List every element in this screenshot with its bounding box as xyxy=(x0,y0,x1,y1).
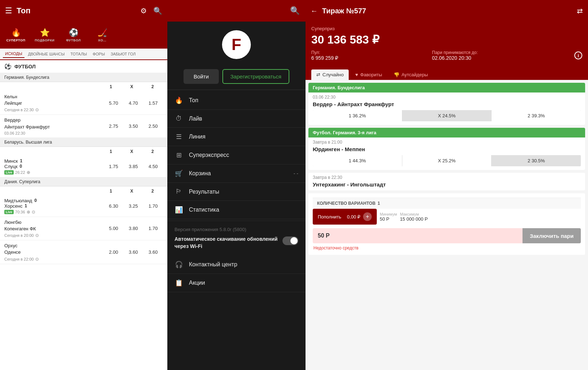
nav-podborki[interactable]: ⭐ ПОДБОРКИ xyxy=(30,26,59,44)
odd-btn-x[interactable]: 3.50 xyxy=(123,122,143,130)
auto-update-toggle[interactable] xyxy=(282,236,298,245)
menu-item-top[interactable]: 🔥 Топ xyxy=(167,91,306,110)
odd-btn-2[interactable]: 2.50 xyxy=(143,122,163,130)
panel3-filter-icon[interactable]: ⇄ xyxy=(577,6,583,15)
deposit-plus-icon: + xyxy=(363,212,372,221)
match-card-teams: Вердер - Айнтрахт Франкфурт xyxy=(308,100,585,110)
odds-cell-x[interactable]: X 24.5% xyxy=(402,110,492,121)
odds-cell-2-label: 2 30.5% xyxy=(528,158,545,163)
filter-iskhody[interactable]: ИСХОДЫ xyxy=(3,50,24,58)
bet-amount-input[interactable] xyxy=(313,228,523,243)
nav-supertop[interactable]: 🔥 СУПЕРТОП xyxy=(1,26,30,44)
odd-btn-x[interactable]: 4.70 xyxy=(123,99,143,107)
match-row: Минск 1 Слуцк 0 Live 26:22 ⊕ 1.75 3.85 xyxy=(0,156,167,177)
odds-row: 5.70 4.70 1.57 xyxy=(104,99,163,107)
match-card-date: Завтра в 22:30 xyxy=(308,173,585,181)
menu-item-statistics[interactable]: 📊 Статистика xyxy=(167,201,306,219)
odds-row: 5.00 3.80 1.70 xyxy=(104,224,163,233)
odds-cell-2[interactable]: 2 39.3% xyxy=(492,110,581,121)
tab-sluchayno[interactable]: ⇄ Случайно xyxy=(311,69,349,80)
menu-item-contact[interactable]: 🎧 Контактный центр xyxy=(167,256,306,274)
match-time: Сегодня в 20:00 ⊙ xyxy=(4,233,104,238)
menu-item-korzina[interactable]: 🛒 Корзина - - xyxy=(167,164,306,183)
league-bundesliga: Германия. Бундеслига xyxy=(0,73,167,82)
menu-item-superexpress[interactable]: ⊞ Суперэкспресс xyxy=(167,146,306,164)
match-info: Минск 1 Слуцк 0 Live 26:22 ⊕ xyxy=(4,158,104,175)
odds-row: 2.75 3.50 2.50 xyxy=(104,122,163,130)
team-score: Минск 1 Слуцк 0 xyxy=(4,158,104,169)
bet-submit-button[interactable]: Заключить пари xyxy=(523,228,581,243)
panel1-header: ☰ Топ ⚙ 🔍 xyxy=(0,0,167,22)
filter-fory[interactable]: ФОРЫ xyxy=(90,50,107,58)
filter-totals[interactable]: ТОТАЛЫ xyxy=(68,50,89,58)
dates-label: Пари принимаются до: xyxy=(432,50,478,55)
info-icon[interactable]: i xyxy=(574,51,582,59)
odd-btn-1[interactable]: 2.00 xyxy=(104,248,123,256)
menu-statistics-label: Статистика xyxy=(189,207,219,213)
match-row: Кельн Лейпциг Сегодня в 22:30 ⊙ 5.70 4.7… xyxy=(0,91,167,115)
grid-icon: ⊞ xyxy=(175,151,183,159)
clock-icon: ⊙ xyxy=(35,233,39,238)
deposit-button[interactable]: Пополнить 0,00 ₽ + xyxy=(313,209,377,225)
filter-double-chance[interactable]: ДВОЙНЫЕ ШАНСЫ xyxy=(26,50,67,58)
odd-btn-2[interactable]: 1.57 xyxy=(143,99,163,107)
match-card-1: Германия. Бундеслига 03.06 22:30 Вердер … xyxy=(308,83,585,125)
odd-btn-2[interactable]: 4.50 xyxy=(143,162,163,171)
register-button[interactable]: Зарегистрироваться xyxy=(222,69,289,84)
clock-icon: ⊙ xyxy=(35,257,39,262)
col-header-2: 2 xyxy=(142,83,163,90)
filter-icon[interactable]: ⚙ xyxy=(140,6,147,15)
pul-value: 6 959 259 ₽ xyxy=(311,55,338,61)
variants-label: КОЛИЧЕСТВО ВАРИАНТОВ xyxy=(317,201,375,206)
panel1-content: ⚽ ФУТБОЛ Германия. Бундеслига 1 X 2 Кель… xyxy=(0,60,167,370)
odds-cell-1[interactable]: 1 36.2% xyxy=(313,110,402,121)
match-info: Мидтьюланд 0 Хорсенс 1 Live 70:36 ⊕ ⊙ xyxy=(4,198,104,215)
match-info: Люнгбю Копенгаген ФК Сегодня в 20:00 ⊙ xyxy=(4,219,104,238)
filter-goal[interactable]: ЗАБЬЮТ ГОЛ xyxy=(108,50,138,58)
tab-autsaydery[interactable]: 👎 Аутсайдеры xyxy=(389,69,433,80)
filter-tabs: ⇄ Случайно ♥ Фавориты 👎 Аутсайдеры xyxy=(306,67,588,80)
thumbdown-icon: 👎 xyxy=(394,72,399,77)
odd-btn-1[interactable]: 2.75 xyxy=(104,122,123,130)
tab-favoriti-label: Фавориты xyxy=(360,72,382,77)
odd-btn-2[interactable]: 1.70 xyxy=(143,202,163,210)
odd-btn-x[interactable]: 3.80 xyxy=(123,224,143,233)
version-text: Версия приложения 5.8.0r (5800) xyxy=(175,227,298,232)
menu-item-live[interactable]: ⏱ Лайв xyxy=(167,110,306,128)
match-card-date: Завтра в 21:00 xyxy=(308,137,585,145)
superpriz-section: Суперприз 30 136 583 ₽ Пул: 6 959 259 ₽ … xyxy=(306,22,588,67)
tab-favoriti[interactable]: ♥ Фавориты xyxy=(350,69,387,80)
odds-cell-2[interactable]: 2 30.5% xyxy=(492,155,581,166)
odd-btn-1[interactable]: 1.75 xyxy=(104,162,123,171)
pul-label: Пул: xyxy=(311,50,338,55)
odd-btn-1[interactable]: 5.70 xyxy=(104,99,123,107)
stats-icon: 📊 xyxy=(175,206,183,214)
menu-korzina-badge: - - xyxy=(294,171,298,176)
menu-item-akcii[interactable]: 📋 Акции xyxy=(167,274,306,292)
odd-btn-x[interactable]: 3.85 xyxy=(123,162,143,171)
dates-value: 02.06.2020 20:30 xyxy=(432,55,478,61)
odds-cell-x[interactable]: X 25.2% xyxy=(402,155,492,166)
odd-btn-2[interactable]: 1.70 xyxy=(143,224,163,233)
nav-supertop-label: СУПЕРТОП xyxy=(6,39,25,42)
menu-item-liniya[interactable]: ☰ Линия xyxy=(167,128,306,146)
menu-icon[interactable]: ☰ xyxy=(5,6,12,15)
col-header-x: X xyxy=(121,188,142,195)
odd-btn-2[interactable]: 3.60 xyxy=(143,248,163,256)
nav-football[interactable]: ⚽ ФУТБОЛ xyxy=(59,26,88,44)
panel3-title: Тираж №577 xyxy=(322,7,573,15)
odd-btn-1[interactable]: 5.00 xyxy=(104,224,123,233)
match-time: Live 70:36 ⊕ ⊙ xyxy=(4,209,104,215)
odds-cell-1[interactable]: 1 44.3% xyxy=(313,155,402,166)
odd-btn-x[interactable]: 3.25 xyxy=(123,202,143,210)
nav-hockey[interactable]: 🏒 ХО... xyxy=(88,26,117,44)
search-icon[interactable]: 🔍 xyxy=(153,6,162,15)
match-info: Кельн Лейпциг Сегодня в 22:30 ⊙ xyxy=(4,94,104,112)
star-icon: ⭐ xyxy=(40,28,50,37)
menu-item-results[interactable]: 🏳 Результаты xyxy=(167,183,306,201)
back-icon[interactable]: ← xyxy=(311,7,318,15)
odd-btn-x[interactable]: 3.60 xyxy=(123,248,143,256)
odd-btn-1[interactable]: 6.30 xyxy=(104,202,123,210)
panel2-search-icon[interactable]: 🔍 xyxy=(290,6,300,15)
login-button[interactable]: Войти xyxy=(184,69,219,84)
